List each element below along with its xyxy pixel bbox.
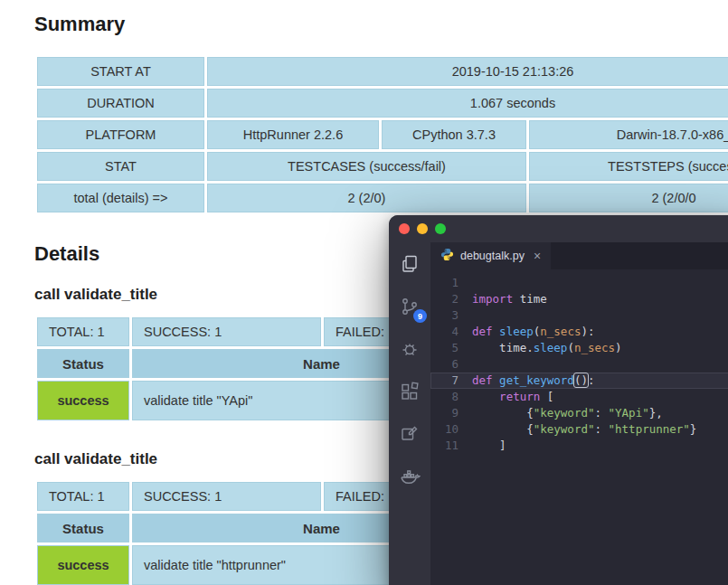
code-line[interactable]: 10 {"keyword": "httprunner"} [430,421,728,438]
stat-total: TOTAL: 1 [37,317,129,346]
line-number: 11 [430,438,472,454]
editor-main: debugtalk.py × 12import time34def sleep(… [430,242,728,585]
column-status: Status [37,349,129,378]
code-text: import time [472,291,547,307]
summary-label-total: total (details) => [37,184,204,212]
code-text: return [ [472,389,553,405]
minimize-window-button[interactable] [417,223,428,234]
explorer-icon[interactable] [399,253,421,275]
code-line[interactable]: 2import time [430,291,728,307]
platform-httprunner: HttpRunner 2.2.6 [207,120,379,149]
activity-bar: 9 [389,242,430,585]
status-badge[interactable]: success [37,545,129,585]
code-line[interactable]: 9 {"keyword": "YApi"}, [430,405,728,421]
tab-close-icon[interactable]: × [534,250,541,262]
summary-heading: Summary [34,13,728,36]
code-text: time.sleep(n_secs) [472,340,622,356]
code-area[interactable]: 12import time34def sleep(n_secs):5 time.… [430,269,728,585]
summary-row-stat: STAT TESTCASES (success/fail) TESTSTEPS … [37,152,728,181]
stat-success: SUCCESS: 1 [132,482,321,511]
line-number: 4 [430,324,472,340]
platform-python: CPython 3.7.3 [382,120,526,149]
window-titlebar[interactable] [389,215,728,242]
summary-label-stat: STAT [37,152,204,181]
summary-row-duration: DURATION 1.067 seconds [37,89,728,118]
summary-label-start-at: START AT [37,57,204,86]
code-line[interactable]: 11 ] [430,438,728,454]
line-number: 9 [430,405,472,421]
extensions-icon[interactable] [399,381,421,402]
python-icon [440,248,454,265]
code-editor-window: 9 [389,215,728,585]
column-status: Status [37,514,129,543]
debug-icon[interactable] [399,338,421,360]
platform-os: Darwin-18.7.0-x86_ [529,120,728,149]
summary-value-start-at: 2019-10-15 21:13:26 [207,57,728,86]
summary-label-duration: DURATION [37,89,204,118]
code-text: {"keyword": "YApi"}, [472,405,663,421]
total-teststeps-value: 2 (2/0/0 [529,184,728,212]
code-line[interactable]: 4def sleep(n_secs): [430,324,728,340]
stat-success: SUCCESS: 1 [132,317,321,346]
summary-table: START AT 2019-10-15 21:13:26 DURATION 1.… [34,54,728,215]
pencil-box-icon[interactable] [399,423,421,445]
close-window-button[interactable] [399,223,410,234]
tab-filename: debugtalk.py [460,250,525,262]
line-number: 10 [430,421,472,438]
zoom-window-button[interactable] [435,223,446,234]
line-number: 7 [430,373,472,389]
summary-row-start-at: START AT 2019-10-15 21:13:26 [37,57,728,86]
code-line[interactable]: 8 return [ [430,389,728,405]
code-line[interactable]: 5 time.sleep(n_secs) [430,340,728,356]
code-line[interactable]: 6 [430,356,728,373]
line-number: 6 [430,356,472,373]
code-text: {"keyword": "httprunner"} [472,421,696,438]
stat-testcases-header: TESTCASES (success/fail) [207,152,526,181]
line-number: 3 [430,307,472,324]
screen: Summary START AT 2019-10-15 21:13:26 DUR… [0,0,728,585]
summary-value-duration: 1.067 seconds [207,89,728,118]
window-body: 9 [389,242,728,585]
code-line[interactable]: 1 [430,275,728,291]
summary-row-total: total (details) => 2 (2/0) 2 (2/0/0 [37,184,728,212]
scm-badge: 9 [413,309,427,323]
total-testcases-value: 2 (2/0) [207,184,526,212]
source-control-icon[interactable]: 9 [399,296,421,317]
stat-total: TOTAL: 1 [37,482,129,511]
code-line[interactable]: 7def get_keyword(): [430,373,728,389]
status-badge[interactable]: success [37,381,129,420]
line-number: 1 [430,275,472,291]
code-text: def get_keyword(): [472,373,595,389]
summary-row-platform: PLATFORM HttpRunner 2.2.6 CPython 3.7.3 … [37,120,728,149]
code-line[interactable]: 3 [430,307,728,324]
code-text: def sleep(n_secs): [472,324,595,340]
stat-teststeps-header: TESTSTEPS (success [529,152,728,181]
summary-label-platform: PLATFORM [37,120,204,149]
line-number: 2 [430,291,472,307]
line-number: 5 [430,340,472,356]
code-text: ] [472,438,506,454]
docker-whale-icon[interactable] [399,466,421,487]
line-number: 8 [430,389,472,405]
tab-debugtalk[interactable]: debugtalk.py × [430,242,551,269]
tab-bar: debugtalk.py × [430,242,728,269]
